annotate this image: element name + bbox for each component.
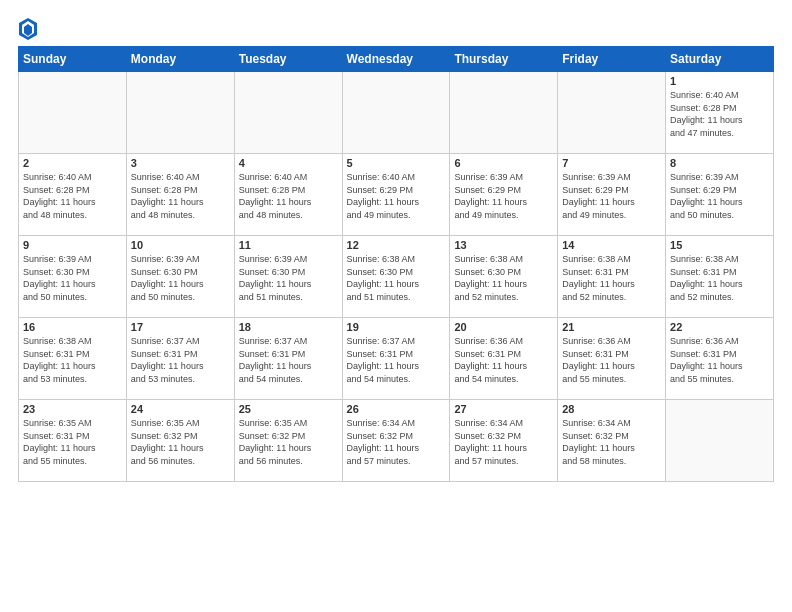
day-number: 25	[239, 403, 338, 415]
day-info: Sunrise: 6:34 AM Sunset: 6:32 PM Dayligh…	[562, 417, 661, 467]
day-number: 12	[347, 239, 446, 251]
day-cell: 12Sunrise: 6:38 AM Sunset: 6:30 PM Dayli…	[342, 236, 450, 318]
day-info: Sunrise: 6:38 AM Sunset: 6:31 PM Dayligh…	[670, 253, 769, 303]
day-info: Sunrise: 6:37 AM Sunset: 6:31 PM Dayligh…	[131, 335, 230, 385]
day-info: Sunrise: 6:39 AM Sunset: 6:30 PM Dayligh…	[239, 253, 338, 303]
day-cell	[558, 72, 666, 154]
week-row-1: 1Sunrise: 6:40 AM Sunset: 6:28 PM Daylig…	[19, 72, 774, 154]
day-cell	[234, 72, 342, 154]
day-cell	[19, 72, 127, 154]
day-cell: 27Sunrise: 6:34 AM Sunset: 6:32 PM Dayli…	[450, 400, 558, 482]
week-row-5: 23Sunrise: 6:35 AM Sunset: 6:31 PM Dayli…	[19, 400, 774, 482]
day-info: Sunrise: 6:34 AM Sunset: 6:32 PM Dayligh…	[454, 417, 553, 467]
day-cell: 14Sunrise: 6:38 AM Sunset: 6:31 PM Dayli…	[558, 236, 666, 318]
day-cell: 6Sunrise: 6:39 AM Sunset: 6:29 PM Daylig…	[450, 154, 558, 236]
day-cell	[666, 400, 774, 482]
day-number: 15	[670, 239, 769, 251]
weekday-header-row: SundayMondayTuesdayWednesdayThursdayFrid…	[19, 47, 774, 72]
day-cell: 5Sunrise: 6:40 AM Sunset: 6:29 PM Daylig…	[342, 154, 450, 236]
day-number: 11	[239, 239, 338, 251]
week-row-4: 16Sunrise: 6:38 AM Sunset: 6:31 PM Dayli…	[19, 318, 774, 400]
day-cell: 18Sunrise: 6:37 AM Sunset: 6:31 PM Dayli…	[234, 318, 342, 400]
day-number: 13	[454, 239, 553, 251]
day-info: Sunrise: 6:36 AM Sunset: 6:31 PM Dayligh…	[562, 335, 661, 385]
day-info: Sunrise: 6:34 AM Sunset: 6:32 PM Dayligh…	[347, 417, 446, 467]
day-number: 28	[562, 403, 661, 415]
day-info: Sunrise: 6:35 AM Sunset: 6:32 PM Dayligh…	[131, 417, 230, 467]
day-info: Sunrise: 6:40 AM Sunset: 6:28 PM Dayligh…	[23, 171, 122, 221]
weekday-header-friday: Friday	[558, 47, 666, 72]
weekday-header-thursday: Thursday	[450, 47, 558, 72]
day-info: Sunrise: 6:39 AM Sunset: 6:30 PM Dayligh…	[131, 253, 230, 303]
day-cell: 4Sunrise: 6:40 AM Sunset: 6:28 PM Daylig…	[234, 154, 342, 236]
day-number: 9	[23, 239, 122, 251]
day-info: Sunrise: 6:38 AM Sunset: 6:31 PM Dayligh…	[562, 253, 661, 303]
day-cell: 19Sunrise: 6:37 AM Sunset: 6:31 PM Dayli…	[342, 318, 450, 400]
day-number: 7	[562, 157, 661, 169]
day-info: Sunrise: 6:36 AM Sunset: 6:31 PM Dayligh…	[670, 335, 769, 385]
weekday-header-saturday: Saturday	[666, 47, 774, 72]
day-number: 16	[23, 321, 122, 333]
weekday-header-tuesday: Tuesday	[234, 47, 342, 72]
day-cell	[126, 72, 234, 154]
logo-icon	[19, 18, 37, 40]
day-cell: 16Sunrise: 6:38 AM Sunset: 6:31 PM Dayli…	[19, 318, 127, 400]
day-info: Sunrise: 6:39 AM Sunset: 6:29 PM Dayligh…	[670, 171, 769, 221]
header	[18, 18, 774, 40]
day-cell: 8Sunrise: 6:39 AM Sunset: 6:29 PM Daylig…	[666, 154, 774, 236]
day-cell: 9Sunrise: 6:39 AM Sunset: 6:30 PM Daylig…	[19, 236, 127, 318]
day-info: Sunrise: 6:40 AM Sunset: 6:28 PM Dayligh…	[239, 171, 338, 221]
day-cell: 1Sunrise: 6:40 AM Sunset: 6:28 PM Daylig…	[666, 72, 774, 154]
day-cell: 2Sunrise: 6:40 AM Sunset: 6:28 PM Daylig…	[19, 154, 127, 236]
day-number: 8	[670, 157, 769, 169]
day-number: 6	[454, 157, 553, 169]
day-cell: 10Sunrise: 6:39 AM Sunset: 6:30 PM Dayli…	[126, 236, 234, 318]
day-info: Sunrise: 6:38 AM Sunset: 6:31 PM Dayligh…	[23, 335, 122, 385]
day-info: Sunrise: 6:40 AM Sunset: 6:29 PM Dayligh…	[347, 171, 446, 221]
day-number: 1	[670, 75, 769, 87]
day-cell	[342, 72, 450, 154]
day-cell: 26Sunrise: 6:34 AM Sunset: 6:32 PM Dayli…	[342, 400, 450, 482]
day-number: 24	[131, 403, 230, 415]
day-cell: 21Sunrise: 6:36 AM Sunset: 6:31 PM Dayli…	[558, 318, 666, 400]
day-info: Sunrise: 6:38 AM Sunset: 6:30 PM Dayligh…	[347, 253, 446, 303]
day-cell: 20Sunrise: 6:36 AM Sunset: 6:31 PM Dayli…	[450, 318, 558, 400]
day-info: Sunrise: 6:35 AM Sunset: 6:31 PM Dayligh…	[23, 417, 122, 467]
day-number: 14	[562, 239, 661, 251]
day-cell: 3Sunrise: 6:40 AM Sunset: 6:28 PM Daylig…	[126, 154, 234, 236]
day-info: Sunrise: 6:35 AM Sunset: 6:32 PM Dayligh…	[239, 417, 338, 467]
day-number: 19	[347, 321, 446, 333]
week-row-2: 2Sunrise: 6:40 AM Sunset: 6:28 PM Daylig…	[19, 154, 774, 236]
day-number: 20	[454, 321, 553, 333]
logo	[18, 18, 39, 40]
day-info: Sunrise: 6:37 AM Sunset: 6:31 PM Dayligh…	[347, 335, 446, 385]
week-row-3: 9Sunrise: 6:39 AM Sunset: 6:30 PM Daylig…	[19, 236, 774, 318]
day-cell: 7Sunrise: 6:39 AM Sunset: 6:29 PM Daylig…	[558, 154, 666, 236]
day-info: Sunrise: 6:40 AM Sunset: 6:28 PM Dayligh…	[131, 171, 230, 221]
day-cell: 22Sunrise: 6:36 AM Sunset: 6:31 PM Dayli…	[666, 318, 774, 400]
weekday-header-sunday: Sunday	[19, 47, 127, 72]
day-info: Sunrise: 6:40 AM Sunset: 6:28 PM Dayligh…	[670, 89, 769, 139]
day-info: Sunrise: 6:39 AM Sunset: 6:29 PM Dayligh…	[562, 171, 661, 221]
day-cell: 15Sunrise: 6:38 AM Sunset: 6:31 PM Dayli…	[666, 236, 774, 318]
day-cell: 11Sunrise: 6:39 AM Sunset: 6:30 PM Dayli…	[234, 236, 342, 318]
page: SundayMondayTuesdayWednesdayThursdayFrid…	[0, 0, 792, 612]
weekday-header-wednesday: Wednesday	[342, 47, 450, 72]
calendar-table: SundayMondayTuesdayWednesdayThursdayFrid…	[18, 46, 774, 482]
day-cell: 28Sunrise: 6:34 AM Sunset: 6:32 PM Dayli…	[558, 400, 666, 482]
day-cell: 17Sunrise: 6:37 AM Sunset: 6:31 PM Dayli…	[126, 318, 234, 400]
day-number: 23	[23, 403, 122, 415]
day-info: Sunrise: 6:39 AM Sunset: 6:29 PM Dayligh…	[454, 171, 553, 221]
day-number: 17	[131, 321, 230, 333]
day-cell: 25Sunrise: 6:35 AM Sunset: 6:32 PM Dayli…	[234, 400, 342, 482]
day-number: 2	[23, 157, 122, 169]
day-info: Sunrise: 6:38 AM Sunset: 6:30 PM Dayligh…	[454, 253, 553, 303]
day-info: Sunrise: 6:37 AM Sunset: 6:31 PM Dayligh…	[239, 335, 338, 385]
day-cell: 13Sunrise: 6:38 AM Sunset: 6:30 PM Dayli…	[450, 236, 558, 318]
day-number: 22	[670, 321, 769, 333]
day-number: 4	[239, 157, 338, 169]
day-number: 26	[347, 403, 446, 415]
day-info: Sunrise: 6:39 AM Sunset: 6:30 PM Dayligh…	[23, 253, 122, 303]
weekday-header-monday: Monday	[126, 47, 234, 72]
day-number: 21	[562, 321, 661, 333]
